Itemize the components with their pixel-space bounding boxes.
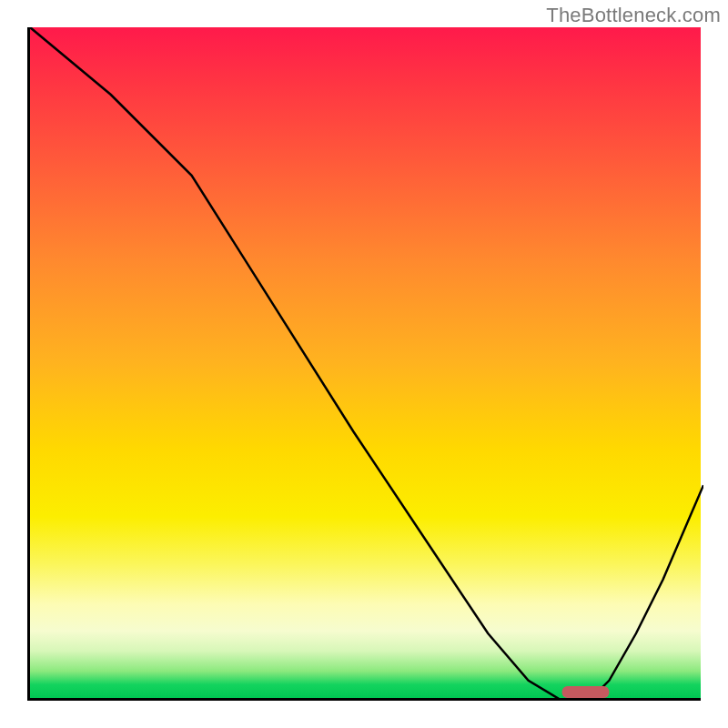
chart-overlay (30, 27, 703, 701)
chart-canvas: TheBottleneck.com (0, 0, 728, 728)
optimal-range-marker (562, 686, 610, 698)
bottleneck-curve (30, 27, 703, 701)
plot-area (27, 27, 701, 701)
watermark-text: TheBottleneck.com (546, 4, 721, 27)
